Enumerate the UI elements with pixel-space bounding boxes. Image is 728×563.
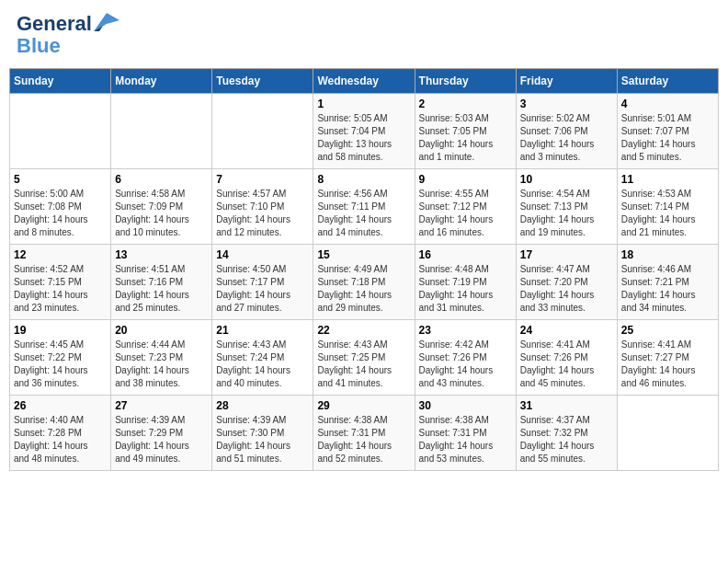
day-info: Sunrise: 5:03 AMSunset: 7:05 PMDaylight:… — [419, 112, 512, 164]
day-number: 15 — [317, 248, 410, 261]
day-info: Sunrise: 5:01 AMSunset: 7:07 PMDaylight:… — [621, 112, 714, 164]
svg-marker-0 — [94, 13, 119, 31]
day-info: Sunrise: 4:49 AMSunset: 7:18 PMDaylight:… — [317, 263, 410, 315]
day-number: 25 — [621, 324, 714, 337]
day-info: Sunrise: 4:41 AMSunset: 7:26 PMDaylight:… — [520, 339, 613, 390]
day-info: Sunrise: 4:42 AMSunset: 7:26 PMDaylight:… — [419, 339, 512, 390]
day-number: 7 — [216, 173, 309, 186]
calendar-cell: 21Sunrise: 4:43 AMSunset: 7:24 PMDayligh… — [212, 320, 313, 396]
day-number: 19 — [14, 324, 107, 337]
calendar-cell: 9Sunrise: 4:55 AMSunset: 7:12 PMDaylight… — [415, 169, 516, 245]
day-number: 10 — [520, 173, 613, 186]
day-info: Sunrise: 4:50 AMSunset: 7:17 PMDaylight:… — [216, 263, 309, 315]
day-info: Sunrise: 4:38 AMSunset: 7:31 PMDaylight:… — [317, 414, 410, 465]
logo-icon — [94, 13, 119, 31]
day-number: 23 — [419, 324, 512, 337]
day-number: 5 — [14, 173, 107, 186]
day-number: 13 — [115, 248, 208, 261]
calendar-week-2: 5Sunrise: 5:00 AMSunset: 7:08 PMDaylight… — [10, 169, 719, 245]
weekday-header-monday: Monday — [111, 69, 212, 94]
day-number: 31 — [520, 399, 613, 412]
day-number: 17 — [520, 248, 613, 261]
calendar-cell: 15Sunrise: 4:49 AMSunset: 7:18 PMDayligh… — [313, 245, 415, 320]
calendar-cell: 4Sunrise: 5:01 AMSunset: 7:07 PMDaylight… — [617, 94, 718, 169]
day-info: Sunrise: 4:51 AMSunset: 7:16 PMDaylight:… — [115, 263, 208, 315]
day-info: Sunrise: 4:39 AMSunset: 7:30 PMDaylight:… — [216, 414, 309, 465]
weekday-header-thursday: Thursday — [415, 69, 516, 94]
calendar-cell — [10, 94, 111, 169]
day-info: Sunrise: 4:37 AMSunset: 7:32 PMDaylight:… — [520, 414, 613, 465]
calendar-week-3: 12Sunrise: 4:52 AMSunset: 7:15 PMDayligh… — [10, 245, 719, 320]
logo: General Blue — [17, 13, 119, 57]
calendar-cell: 1Sunrise: 5:05 AMSunset: 7:04 PMDaylight… — [313, 94, 415, 169]
calendar-cell: 7Sunrise: 4:57 AMSunset: 7:10 PMDaylight… — [212, 169, 313, 245]
day-info: Sunrise: 4:46 AMSunset: 7:21 PMDaylight:… — [621, 263, 714, 315]
day-number: 21 — [216, 324, 309, 337]
day-info: Sunrise: 4:52 AMSunset: 7:15 PMDaylight:… — [14, 263, 107, 315]
day-number: 27 — [115, 399, 208, 412]
day-info: Sunrise: 4:43 AMSunset: 7:25 PMDaylight:… — [317, 339, 410, 390]
calendar-cell — [212, 94, 313, 169]
day-number: 29 — [317, 399, 410, 412]
day-number: 8 — [317, 173, 410, 186]
day-number: 6 — [115, 173, 208, 186]
calendar-cell: 10Sunrise: 4:54 AMSunset: 7:13 PMDayligh… — [516, 169, 617, 245]
calendar-cell: 3Sunrise: 5:02 AMSunset: 7:06 PMDaylight… — [516, 94, 617, 169]
calendar-cell: 18Sunrise: 4:46 AMSunset: 7:21 PMDayligh… — [617, 245, 718, 320]
day-info: Sunrise: 4:39 AMSunset: 7:29 PMDaylight:… — [115, 414, 208, 465]
day-info: Sunrise: 4:45 AMSunset: 7:22 PMDaylight:… — [14, 339, 107, 390]
day-number: 16 — [419, 248, 512, 261]
calendar-cell: 11Sunrise: 4:53 AMSunset: 7:14 PMDayligh… — [617, 169, 718, 245]
day-number: 1 — [317, 98, 410, 110]
weekday-header-wednesday: Wednesday — [313, 69, 415, 94]
calendar-cell: 8Sunrise: 4:56 AMSunset: 7:11 PMDaylight… — [313, 169, 415, 245]
logo-blue-text: Blue — [17, 35, 119, 57]
day-info: Sunrise: 4:40 AMSunset: 7:28 PMDaylight:… — [14, 414, 107, 465]
calendar-cell: 25Sunrise: 4:41 AMSunset: 7:27 PMDayligh… — [617, 320, 718, 396]
calendar-cell: 20Sunrise: 4:44 AMSunset: 7:23 PMDayligh… — [111, 320, 212, 396]
weekday-header-friday: Friday — [516, 69, 617, 94]
calendar-cell: 2Sunrise: 5:03 AMSunset: 7:05 PMDaylight… — [415, 94, 516, 169]
logo-text: General — [17, 13, 92, 35]
calendar-cell: 19Sunrise: 4:45 AMSunset: 7:22 PMDayligh… — [10, 320, 111, 396]
calendar-cell: 31Sunrise: 4:37 AMSunset: 7:32 PMDayligh… — [516, 396, 617, 471]
day-number: 11 — [621, 173, 714, 186]
calendar-table: SundayMondayTuesdayWednesdayThursdayFrid… — [9, 68, 719, 471]
day-info: Sunrise: 5:00 AMSunset: 7:08 PMDaylight:… — [14, 188, 107, 239]
day-info: Sunrise: 4:48 AMSunset: 7:19 PMDaylight:… — [419, 263, 512, 315]
calendar-cell: 16Sunrise: 4:48 AMSunset: 7:19 PMDayligh… — [415, 245, 516, 320]
day-number: 24 — [520, 324, 613, 337]
calendar-cell: 27Sunrise: 4:39 AMSunset: 7:29 PMDayligh… — [111, 396, 212, 471]
calendar-cell — [111, 94, 212, 169]
day-number: 22 — [317, 324, 410, 337]
day-info: Sunrise: 4:58 AMSunset: 7:09 PMDaylight:… — [115, 188, 208, 239]
calendar-cell: 12Sunrise: 4:52 AMSunset: 7:15 PMDayligh… — [10, 245, 111, 320]
calendar-cell: 22Sunrise: 4:43 AMSunset: 7:25 PMDayligh… — [313, 320, 415, 396]
day-number: 28 — [216, 399, 309, 412]
day-info: Sunrise: 4:43 AMSunset: 7:24 PMDaylight:… — [216, 339, 309, 390]
calendar-cell: 6Sunrise: 4:58 AMSunset: 7:09 PMDaylight… — [111, 169, 212, 245]
calendar-cell: 23Sunrise: 4:42 AMSunset: 7:26 PMDayligh… — [415, 320, 516, 396]
day-number: 3 — [520, 98, 613, 110]
page-header: General Blue — [9, 9, 719, 61]
day-info: Sunrise: 4:54 AMSunset: 7:13 PMDaylight:… — [520, 188, 613, 239]
weekday-header-saturday: Saturday — [617, 69, 718, 94]
calendar-week-4: 19Sunrise: 4:45 AMSunset: 7:22 PMDayligh… — [10, 320, 719, 396]
day-info: Sunrise: 5:02 AMSunset: 7:06 PMDaylight:… — [520, 112, 613, 164]
calendar-week-1: 1Sunrise: 5:05 AMSunset: 7:04 PMDaylight… — [10, 94, 719, 169]
day-info: Sunrise: 4:57 AMSunset: 7:10 PMDaylight:… — [216, 188, 309, 239]
day-number: 12 — [14, 248, 107, 261]
calendar-cell: 5Sunrise: 5:00 AMSunset: 7:08 PMDaylight… — [10, 169, 111, 245]
day-number: 30 — [419, 399, 512, 412]
day-info: Sunrise: 4:41 AMSunset: 7:27 PMDaylight:… — [621, 339, 714, 390]
calendar-cell: 13Sunrise: 4:51 AMSunset: 7:16 PMDayligh… — [111, 245, 212, 320]
calendar-cell: 14Sunrise: 4:50 AMSunset: 7:17 PMDayligh… — [212, 245, 313, 320]
day-info: Sunrise: 4:47 AMSunset: 7:20 PMDaylight:… — [520, 263, 613, 315]
calendar-cell: 30Sunrise: 4:38 AMSunset: 7:31 PMDayligh… — [415, 396, 516, 471]
calendar-week-5: 26Sunrise: 4:40 AMSunset: 7:28 PMDayligh… — [10, 396, 719, 471]
calendar-cell: 26Sunrise: 4:40 AMSunset: 7:28 PMDayligh… — [10, 396, 111, 471]
calendar-cell: 29Sunrise: 4:38 AMSunset: 7:31 PMDayligh… — [313, 396, 415, 471]
day-number: 14 — [216, 248, 309, 261]
weekday-header-sunday: Sunday — [10, 69, 111, 94]
calendar-cell: 28Sunrise: 4:39 AMSunset: 7:30 PMDayligh… — [212, 396, 313, 471]
